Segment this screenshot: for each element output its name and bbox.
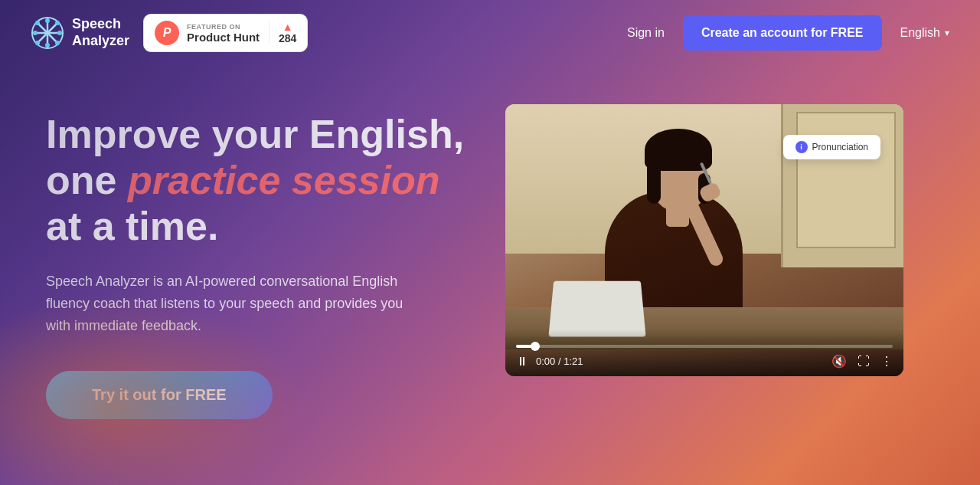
video-time-display: 0:00 / 1:21: [536, 356, 583, 367]
video-controls: ⏸ 0:00 / 1:21 🔇 ⛶ ⋮: [505, 329, 903, 376]
desk-item: [548, 281, 645, 337]
language-label: English: [900, 26, 940, 40]
try-free-button[interactable]: Try it out for FREE: [46, 371, 273, 419]
video-progress-fill: [516, 345, 535, 348]
hero-heading-line2-prefix: one: [46, 158, 116, 202]
fullscreen-icon[interactable]: ⛶: [858, 355, 870, 369]
logo-text: Speech Analyzer: [72, 16, 129, 49]
svg-point-10: [55, 41, 60, 45]
play-pause-icon[interactable]: ⏸: [516, 355, 528, 369]
hero-heading-highlight: practice session: [116, 158, 439, 202]
hero-heading-line1: Improve your English,: [46, 112, 464, 156]
video-player[interactable]: i Pronunciation ⏸ 0:00 / 1:21 🔇: [505, 104, 903, 376]
more-options-icon[interactable]: ⋮: [880, 354, 893, 369]
product-hunt-featured-label: FEATURED ON: [187, 23, 260, 31]
hero-heading: Improve your English, one practice sessi…: [46, 112, 475, 249]
svg-point-9: [35, 21, 40, 25]
pronunciation-tooltip: i Pronunciation: [783, 135, 880, 159]
upvote-arrow-icon: ▲: [283, 21, 293, 32]
header-right: Sign in Create an account for FREE Engli…: [627, 15, 949, 51]
hero-text-section: Improve your English, one practice sessi…: [46, 97, 475, 419]
hero-description: Speech Analyzer is an AI-powered convers…: [46, 270, 429, 336]
svg-point-7: [33, 31, 38, 35]
product-hunt-badge[interactable]: P FEATURED ON Product Hunt ▲ 284: [143, 14, 308, 52]
video-controls-left: ⏸ 0:00 / 1:21: [516, 355, 583, 369]
logo-name-top: Speech: [72, 16, 129, 33]
vote-count: 284: [279, 32, 296, 44]
product-hunt-logo: P: [155, 21, 179, 45]
info-icon: i: [795, 141, 808, 153]
svg-point-5: [45, 18, 50, 23]
language-selector[interactable]: English ▾: [900, 26, 949, 40]
main-content: Improve your English, one practice sessi…: [0, 66, 980, 450]
svg-point-11: [55, 21, 60, 25]
product-hunt-name: Product Hunt: [187, 31, 260, 44]
product-hunt-votes: ▲ 284: [269, 21, 296, 44]
video-progress-bar[interactable]: [516, 345, 893, 348]
hero-heading-line3: at a time.: [46, 204, 218, 248]
header-left: Speech Analyzer P FEATURED ON Product Hu…: [31, 14, 308, 52]
logo[interactable]: Speech Analyzer: [31, 16, 129, 50]
video-controls-row: ⏸ 0:00 / 1:21 🔇 ⛶ ⋮: [516, 354, 893, 369]
door-inner: [796, 112, 896, 248]
video-progress-dot: [531, 342, 540, 351]
svg-point-8: [57, 31, 62, 35]
chevron-down-icon: ▾: [945, 28, 949, 38]
product-hunt-text: FEATURED ON Product Hunt: [187, 23, 260, 44]
svg-point-6: [45, 43, 50, 48]
logo-icon: [31, 16, 64, 50]
tooltip-text: Pronunciation: [812, 142, 868, 152]
sign-in-link[interactable]: Sign in: [627, 26, 665, 40]
create-account-button[interactable]: Create an account for FREE: [683, 15, 882, 51]
person-hair-left: [647, 162, 661, 204]
video-controls-right: 🔇 ⛶ ⋮: [831, 354, 893, 369]
logo-name-bottom: Analyzer: [72, 33, 129, 50]
mute-icon[interactable]: 🔇: [831, 354, 847, 369]
svg-point-12: [35, 41, 40, 45]
header: Speech Analyzer P FEATURED ON Product Hu…: [0, 0, 980, 66]
